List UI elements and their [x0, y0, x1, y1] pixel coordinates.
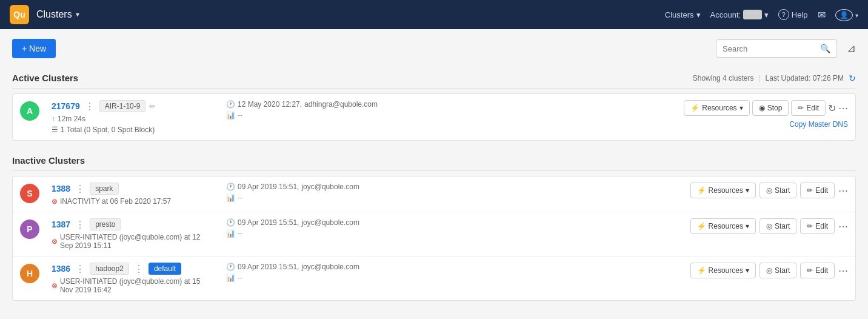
- active-clusters-section: Active Clusters Showing 4 clusters | Las…: [12, 68, 856, 141]
- timestamp-value[interactable]: 09 Apr 2019 15:51,: [238, 218, 299, 227]
- edit-button[interactable]: ✏ Edit: [800, 263, 835, 278]
- active-section-title: Active Clusters: [12, 73, 78, 83]
- start-button[interactable]: ◎ Start: [760, 263, 796, 278]
- help-link[interactable]: ? Help: [778, 9, 808, 20]
- resources-chevron-icon: ▾: [746, 222, 749, 230]
- message-icon[interactable]: ✉: [818, 9, 826, 21]
- timestamp-line: 🕐 12 May 2020 12:27, adhingra@qubole.com: [226, 100, 378, 109]
- cluster-status: ⊗ USER-INITIATED (joyc@qubole.com) at 15…: [52, 277, 214, 294]
- mid-content: 🕐 09 Apr 2019 15:51, joyc@qubole.com 📊 -…: [226, 218, 359, 238]
- name-line: 1386 ⋮ hadoop2 ⋮ default: [52, 263, 214, 275]
- timestamp-value[interactable]: 12 May 2020 12:27,: [238, 100, 302, 109]
- account-chevron-icon: ▾: [764, 10, 769, 19]
- overflow-button[interactable]: ⋯: [838, 221, 848, 232]
- clusters-chevron-icon: ▾: [696, 10, 701, 19]
- edit-icon: ✏: [807, 222, 813, 230]
- active-section-header: Active Clusters Showing 4 clusters | Las…: [12, 68, 856, 89]
- account-nav-link[interactable]: Account: **** ▾: [710, 10, 769, 19]
- edit-icon: ✏: [798, 104, 804, 112]
- resources-button[interactable]: ⚡ Resources ▾: [684, 100, 749, 116]
- table-row: H 1386 ⋮ hadoop2 ⋮ default ⊗ USER-INITIA…: [13, 257, 855, 300]
- nav-right: Clusters ▾ Account: **** ▾ ? Help ✉ 👤 ▾: [665, 9, 858, 21]
- resources-chevron-icon: ▾: [746, 266, 749, 275]
- clock-icon: 🕐: [226, 183, 235, 191]
- cluster-name-area: 1386 ⋮ hadoop2 ⋮ default ⊗ USER-INITIATE…: [52, 263, 214, 294]
- filter-icon[interactable]: ⊿: [847, 42, 856, 55]
- start-button[interactable]: ◎ Start: [760, 218, 796, 234]
- edit-icon: ✏: [807, 186, 813, 195]
- cluster-dots-menu[interactable]: ⋮: [74, 263, 86, 275]
- overflow-button[interactable]: ⋯: [838, 102, 848, 114]
- mid-content: 🕐 09 Apr 2019 15:51, joyc@qubole.com 📊 -…: [226, 183, 359, 202]
- cluster-tag: hadoop2: [90, 263, 129, 275]
- cluster-id-link[interactable]: 217679: [52, 101, 80, 111]
- cluster-name-area: 217679 ⋮ AIR-1-10-9 ✏ ↑ 12m 24s ☰ 1 Tota…: [52, 100, 156, 134]
- cluster-mid: 🕐 09 Apr 2019 15:51, joyc@qubole.com 📊 -…: [214, 183, 690, 202]
- resources-button[interactable]: ⚡ Resources ▾: [690, 183, 756, 198]
- cluster-left: P 1387 ⋮ presto ⊗ USER-INITIATED (joyc@q…: [20, 218, 214, 250]
- edit-icon: ✏: [807, 266, 813, 275]
- edit-button[interactable]: ✏ Edit: [800, 218, 835, 234]
- cluster-dots-menu[interactable]: ⋮: [74, 183, 86, 195]
- table-row: A 217679 ⋮ AIR-1-10-9 ✏ ↑ 12m 24s: [13, 94, 855, 140]
- more-button[interactable]: ↻: [828, 102, 836, 114]
- avatar: H: [20, 264, 39, 283]
- resources-button[interactable]: ⚡ Resources ▾: [690, 263, 756, 278]
- cluster-actions: ⚡ Resources ▾ ◎ Start ✏ Edit ⋯: [690, 263, 848, 278]
- help-question-icon: ?: [778, 9, 789, 20]
- start-button[interactable]: ◎ Start: [760, 183, 796, 198]
- clock-icon: 🕐: [226, 218, 235, 227]
- cluster-actions: ⚡ Resources ▾ ◉ Stop ✏ Edit: [684, 100, 848, 129]
- stop-button[interactable]: ◉ Stop: [752, 100, 789, 116]
- user-email: joyc@qubole.com: [301, 183, 359, 191]
- cluster-actions: ⚡ Resources ▾ ◎ Start ✏ Edit ⋯: [690, 218, 848, 234]
- clock-icon: 🕐: [226, 263, 235, 271]
- search-icon: 🔍: [820, 44, 830, 53]
- edit-button[interactable]: ✏ Edit: [791, 100, 826, 116]
- chart-icon: 📊: [226, 111, 235, 119]
- user-icon[interactable]: 👤 ▾: [835, 9, 858, 20]
- new-button[interactable]: + New: [12, 39, 56, 58]
- nav-title: Clusters ▾: [36, 9, 79, 20]
- user-email: joyc@qubole.com: [301, 218, 359, 227]
- edit-button[interactable]: ✏ Edit: [800, 183, 835, 198]
- clusters-nav-link[interactable]: Clusters ▾: [665, 10, 701, 19]
- toolbar: + New 🔍 ⊿: [12, 39, 856, 58]
- chart-area: 📊 --: [226, 274, 359, 282]
- name-line: 217679 ⋮ AIR-1-10-9 ✏: [52, 100, 156, 112]
- search-input[interactable]: [723, 44, 816, 53]
- cluster-id-link[interactable]: 1386: [52, 264, 70, 274]
- main-content: + New 🔍 ⊿ Active Clusters Showing 4 clus…: [0, 29, 868, 319]
- cluster-mid: 🕐 09 Apr 2019 15:51, joyc@qubole.com 📊 -…: [214, 263, 690, 282]
- nav-chevron-icon[interactable]: ▾: [76, 10, 79, 19]
- cluster-dots-menu[interactable]: ⋮: [84, 101, 96, 112]
- copy-master-dns-link[interactable]: Copy Master DNS: [789, 120, 848, 129]
- inactive-section-title: Inactive Clusters: [12, 155, 85, 166]
- resources-icon: ⚡: [690, 104, 699, 112]
- timestamp-value[interactable]: 09 Apr 2019 15:51,: [238, 263, 299, 271]
- mid-content: 🕐 12 May 2020 12:27, adhingra@qubole.com…: [226, 100, 378, 119]
- timestamp-value[interactable]: 09 Apr 2019 15:51,: [238, 183, 299, 191]
- inactive-section-header: Inactive Clusters: [12, 150, 856, 171]
- resources-button[interactable]: ⚡ Resources ▾: [690, 218, 756, 234]
- cluster-uptime: ↑ 12m 24s: [52, 115, 156, 123]
- overflow-button[interactable]: ⋯: [838, 265, 848, 277]
- user-chevron-icon: ▾: [855, 12, 858, 19]
- showing-count: Showing 4 clusters: [693, 74, 754, 82]
- cluster-left: S 1388 ⋮ spark ⊗ INACTIVITY at 06 Feb 20…: [20, 183, 214, 206]
- edit-pencil-icon[interactable]: ✏: [149, 102, 156, 111]
- cluster-id-link[interactable]: 1387: [52, 220, 70, 229]
- overflow-button[interactable]: ⋯: [838, 185, 848, 196]
- cluster-dots-menu-2[interactable]: ⋮: [133, 263, 145, 275]
- status-icon: ⊗: [52, 197, 58, 206]
- cluster-dots-menu[interactable]: ⋮: [74, 219, 86, 230]
- refresh-active-icon[interactable]: ↻: [849, 73, 856, 83]
- chart-area: 📊 --: [226, 193, 359, 202]
- timestamp-line: 🕐 09 Apr 2019 15:51, joyc@qubole.com: [226, 218, 359, 227]
- actions-row: ⚡ Resources ▾ ◉ Stop ✏ Edit: [684, 100, 848, 116]
- inactive-clusters-section: Inactive Clusters S 1388 ⋮ spark ⊗: [12, 150, 856, 301]
- user-email: adhingra@qubole.com: [304, 100, 378, 109]
- table-row: S 1388 ⋮ spark ⊗ INACTIVITY at 06 Feb 20…: [13, 176, 855, 212]
- cluster-status: ⊗ USER-INITIATED (joyc@qubole.com) at 12…: [52, 233, 214, 250]
- cluster-id-link[interactable]: 1388: [52, 184, 70, 193]
